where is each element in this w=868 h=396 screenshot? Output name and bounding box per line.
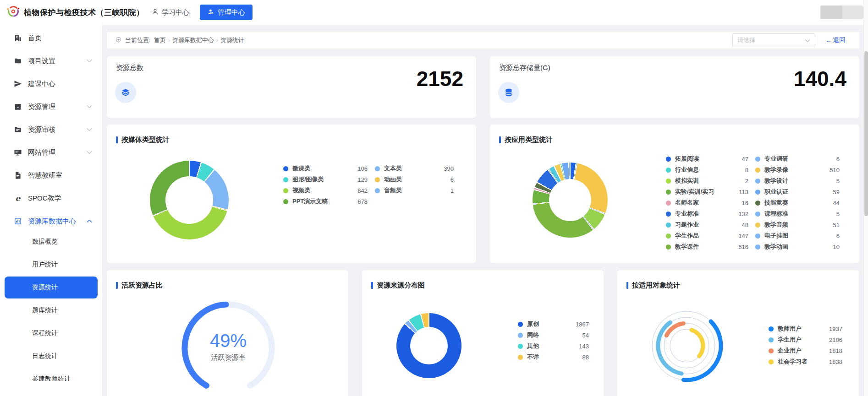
manage-center-button[interactable]: 管理中心 — [200, 5, 253, 20]
legend-item[interactable]: 职业认证59 — [755, 186, 840, 197]
chart-legend-column: 拓展阅读47行业信息8模拟实训2实验/实训/实习113名师名家16专业标准132… — [666, 153, 748, 252]
legend-item[interactable]: 音频类1 — [375, 185, 454, 196]
legend-item[interactable]: 专业调研6 — [755, 153, 840, 164]
sidebar-item[interactable]: 资源库数据中心 — [0, 210, 102, 233]
legend-item[interactable]: 拓展阅读47 — [666, 153, 748, 164]
legend-item[interactable]: 教学设计5 — [755, 175, 840, 186]
legend-item[interactable]: 教学课件616 — [666, 241, 748, 252]
legend-item[interactable]: 教师用户1937 — [769, 323, 842, 334]
legend-dot-icon — [755, 190, 760, 195]
chart-legend-column: 教师用户1937学生用户2106企业用户1818社会学习者1838 — [769, 323, 842, 367]
legend-dot-icon — [755, 201, 760, 206]
legend-dot-icon — [518, 333, 523, 338]
source-donut-chart[interactable] — [396, 313, 461, 378]
sidebar-item[interactable]: 资源审核 — [0, 118, 102, 141]
app-header: 植物保护与检疫技术（三峡职院） 学习中心 | 管理中心 — [0, 0, 868, 25]
total-resources-card: 资源总数 2152 — [107, 56, 476, 118]
back-arrow-icon: ← — [825, 37, 832, 44]
breadcrumb-separator: › — [216, 37, 218, 43]
legend-item[interactable]: 行业信息8 — [666, 164, 748, 175]
legend-item[interactable]: 模拟实训2 — [666, 175, 748, 186]
chevron-up-icon — [87, 219, 92, 223]
legend-dot-icon — [666, 157, 671, 162]
back-button[interactable]: ← 返回 — [825, 36, 846, 44]
legend-item[interactable]: 技能竞赛44 — [755, 197, 840, 208]
user-avatar-redacted[interactable] — [820, 5, 863, 19]
sidebar-subitem[interactable]: 日志统计 — [0, 345, 102, 368]
legend-item[interactable]: 视频类842 — [283, 185, 368, 196]
legend-item[interactable]: 学生用户2106 — [769, 334, 842, 345]
legend-dot-icon — [769, 326, 774, 331]
legend-item[interactable]: 专业标准132 — [666, 208, 748, 219]
folder-audit-icon — [14, 125, 22, 134]
legend-item[interactable]: 文本类390 — [375, 163, 454, 174]
legend-item[interactable]: 图形/图像类129 — [283, 174, 368, 185]
legend-item[interactable]: 实验/实训/实习113 — [666, 186, 748, 197]
legend-dot-icon — [666, 222, 671, 228]
legend-dot-icon — [375, 166, 380, 171]
application-type-chart-card: 按应用类型统计 拓展阅读47行业信息8模拟实训2实验/实训/实习113名师名家1… — [490, 125, 859, 263]
sidebar-subitem[interactable]: 课程统计 — [0, 322, 102, 345]
stat-value: 140.4 — [794, 66, 846, 91]
legend-dot-icon — [755, 157, 760, 162]
archive-icon — [14, 103, 22, 111]
sidebar-item[interactable]: 智慧教研室 — [0, 164, 102, 187]
legend-item[interactable]: 教学动画10 — [755, 241, 840, 252]
database-icon — [498, 82, 519, 103]
sidebar-subitem[interactable]: 资源统计 — [5, 277, 98, 298]
legend-item[interactable]: 原创1867 — [518, 319, 589, 330]
person-filled-icon — [207, 8, 214, 17]
application-donut-chart[interactable] — [533, 163, 608, 238]
legend-item[interactable]: 教学录像510 — [755, 164, 840, 175]
legend-item[interactable]: 社会学习者1838 — [769, 356, 842, 367]
breadcrumb-link[interactable]: 首页 — [154, 37, 166, 43]
sidebar-subitem[interactable]: 数据概览 — [0, 230, 102, 253]
page-scrollbar[interactable] — [863, 0, 868, 396]
sidebar-item[interactable]: 资源管理 — [0, 95, 102, 118]
legend-item[interactable]: 电子挂图6 — [755, 230, 840, 241]
chart-legend-column: 原创1867网络54其他143不详88 — [518, 319, 589, 363]
sidebar-subitem[interactable]: 题库统计 — [0, 299, 102, 322]
breadcrumb-bar: 当前位置: 首页›资源库数据中心›资源统计 请选择 ← 返回 — [107, 32, 859, 49]
legend-item[interactable]: 课程标准5 — [755, 208, 840, 219]
sidebar-item[interactable]: eSPOC教学 — [0, 187, 102, 210]
legend-item[interactable]: 不详88 — [518, 352, 589, 363]
legend-dot-icon — [518, 355, 523, 360]
breadcrumb-link[interactable]: 资源库数据中心 — [172, 37, 214, 43]
sidebar-subitem[interactable]: 用户统计 — [0, 253, 102, 276]
legend-item[interactable]: 动画类6 — [375, 174, 454, 185]
breadcrumb: 当前位置: 首页›资源库数据中心›资源统计 — [115, 36, 244, 44]
audience-rings-chart[interactable] — [648, 307, 725, 386]
learning-center-link[interactable]: 学习中心 — [151, 8, 189, 17]
legend-item[interactable]: 习题作业48 — [666, 219, 748, 230]
media-donut-chart[interactable] — [150, 161, 229, 239]
sidebar-item[interactable]: 网站管理 — [0, 141, 102, 164]
chevron-down-icon — [87, 128, 92, 131]
sidebar-item[interactable]: 项目设置 — [0, 49, 102, 72]
audience-chart-card: 按适用对象统计 教师用户1937学生用户2106企业用户1818社会学习者183… — [617, 270, 859, 396]
legend-item[interactable]: 名师名家16 — [666, 197, 748, 208]
legend-item[interactable]: 教学音频51 — [755, 219, 840, 230]
breadcrumb-separator: › — [168, 37, 170, 43]
legend-dot-icon — [755, 233, 760, 239]
legend-item[interactable]: 微课类106 — [283, 163, 368, 174]
legend-dot-icon — [518, 344, 523, 349]
chart-legend-column: 专业调研6教学录像510教学设计5职业认证59技能竞赛44课程标准5教学音频51… — [755, 153, 840, 252]
legend-dot-icon — [666, 201, 671, 206]
site-title: 植物保护与检疫技术（三峡职院） — [24, 7, 144, 18]
legend-item[interactable]: 学生作品147 — [666, 230, 748, 241]
scrollbar-thumb[interactable] — [864, 51, 868, 216]
legend-item[interactable]: 其他143 — [518, 341, 589, 352]
breadcrumb-prefix: 当前位置: — [125, 36, 151, 44]
legend-dot-icon — [375, 188, 380, 193]
filter-select[interactable]: 请选择 — [732, 33, 815, 47]
sidebar-clip-overlay — [0, 381, 102, 396]
sidebar-item[interactable]: 建课中心 — [0, 72, 102, 95]
legend-item[interactable]: 企业用户1818 — [769, 345, 842, 356]
legend-item[interactable]: PPT演示文稿678 — [283, 196, 368, 207]
legend-dot-icon — [769, 337, 774, 342]
breadcrumb-link[interactable]: 资源统计 — [220, 37, 244, 43]
active-resource-gauge-chart[interactable] — [179, 298, 278, 396]
legend-item[interactable]: 网络54 — [518, 330, 589, 341]
sidebar-item[interactable]: 首页 — [0, 27, 102, 49]
